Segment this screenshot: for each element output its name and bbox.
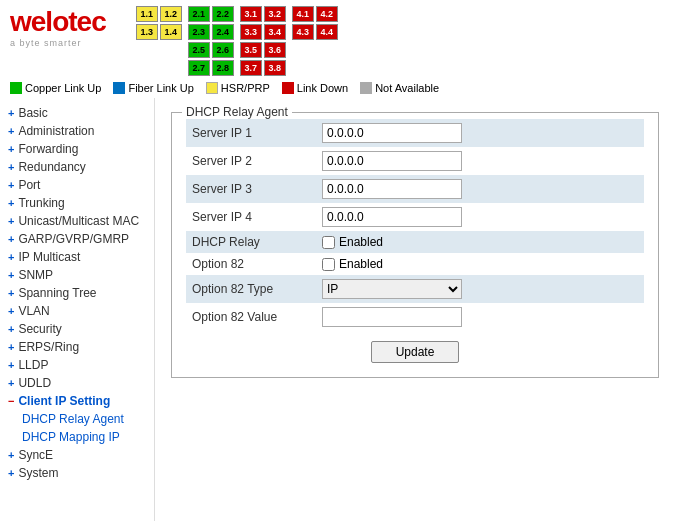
plus-icon: +: [8, 179, 14, 191]
option82-type-select[interactable]: IP MAC Client ID: [322, 279, 462, 299]
plus-icon: +: [8, 251, 14, 263]
option82-checkbox-cell: Enabled: [316, 253, 644, 275]
dhcp-relay-checkbox-label: Enabled: [322, 235, 638, 249]
sidebar-sub-label: DHCP Mapping IP: [22, 430, 120, 444]
port-2-3[interactable]: 2.3: [188, 24, 210, 40]
fiber-link-up-label: Fiber Link Up: [128, 82, 193, 94]
server-ip-3-input[interactable]: [322, 179, 462, 199]
port-group-4: 4.1 4.2 4.3 4.4: [292, 6, 338, 40]
sidebar-item-snmp[interactable]: + SNMP: [0, 266, 154, 284]
sidebar-item-udld[interactable]: + UDLD: [0, 374, 154, 392]
sidebar-item-trunking[interactable]: + Trunking: [0, 194, 154, 212]
logo-text: welotec: [10, 6, 106, 38]
server-ip-3-label: Server IP 3: [186, 175, 316, 203]
legend-copper-link-up: Copper Link Up: [10, 82, 101, 94]
port-4-2[interactable]: 4.2: [316, 6, 338, 22]
port-4-3[interactable]: 4.3: [292, 24, 314, 40]
sidebar-item-label: Security: [18, 322, 61, 336]
port-3-2[interactable]: 3.2: [264, 6, 286, 22]
dhcp-relay-checkbox[interactable]: [322, 236, 335, 249]
port-1-2[interactable]: 1.2: [160, 6, 182, 22]
port-1-4[interactable]: 1.4: [160, 24, 182, 40]
port-4-4[interactable]: 4.4: [316, 24, 338, 40]
port-2-1[interactable]: 2.1: [188, 6, 210, 22]
server-ip-1-label: Server IP 1: [186, 119, 316, 147]
server-ip-3-row: Server IP 3: [186, 175, 644, 203]
option82-value-input[interactable]: [322, 307, 462, 327]
port-2-7[interactable]: 2.7: [188, 60, 210, 76]
port-2-4[interactable]: 2.4: [212, 24, 234, 40]
sidebar-item-unicast-multicast-mac[interactable]: + Unicast/Multicast MAC: [0, 212, 154, 230]
sidebar-sub-dhcp-relay-agent[interactable]: DHCP Relay Agent: [0, 410, 154, 428]
port-1-1[interactable]: 1.1: [136, 6, 158, 22]
sidebar-item-erps-ring[interactable]: + ERPS/Ring: [0, 338, 154, 356]
server-ip-4-input[interactable]: [322, 207, 462, 227]
port-1-3[interactable]: 1.3: [136, 24, 158, 40]
legend-link-down: Link Down: [282, 82, 348, 94]
sidebar-item-lldp[interactable]: + LLDP: [0, 356, 154, 374]
option82-value-cell: [316, 303, 644, 331]
sidebar-item-garp-gvrp-gmrp[interactable]: + GARP/GVRP/GMRP: [0, 230, 154, 248]
sidebar-item-label: Basic: [18, 106, 47, 120]
option82-label: Option 82: [186, 253, 316, 275]
sidebar-sub-dhcp-mapping-ip[interactable]: DHCP Mapping IP: [0, 428, 154, 446]
sidebar-item-label: Spanning Tree: [18, 286, 96, 300]
sidebar-item-synce[interactable]: + SyncE: [0, 446, 154, 464]
server-ip-2-input[interactable]: [322, 151, 462, 171]
link-down-icon: [282, 82, 294, 94]
sidebar-item-label: GARP/GVRP/GMRP: [18, 232, 129, 246]
server-ip-4-cell: [316, 203, 644, 231]
sidebar-item-spanning-tree[interactable]: + Spanning Tree: [0, 284, 154, 302]
port-2-5[interactable]: 2.5: [188, 42, 210, 58]
server-ip-2-cell: [316, 147, 644, 175]
sidebar-item-administration[interactable]: + Administration: [0, 122, 154, 140]
copper-link-up-label: Copper Link Up: [25, 82, 101, 94]
sidebar-item-label: ERPS/Ring: [18, 340, 79, 354]
legend-hsr-prp: HSR/PRP: [206, 82, 270, 94]
port-4-1[interactable]: 4.1: [292, 6, 314, 22]
not-available-icon: [360, 82, 372, 94]
dhcp-relay-row: DHCP Relay Enabled: [186, 231, 644, 253]
sidebar-item-client-ip-setting[interactable]: − Client IP Setting: [0, 392, 154, 410]
sidebar-item-system[interactable]: + System: [0, 464, 154, 482]
update-button[interactable]: Update: [371, 341, 460, 363]
sidebar-item-security[interactable]: + Security: [0, 320, 154, 338]
server-ip-1-input[interactable]: [322, 123, 462, 143]
plus-icon: +: [8, 215, 14, 227]
port-3-1[interactable]: 3.1: [240, 6, 262, 22]
server-ip-4-row: Server IP 4: [186, 203, 644, 231]
option82-checkbox-label: Enabled: [322, 257, 638, 271]
sidebar-item-label: IP Multicast: [18, 250, 80, 264]
sidebar-item-ip-multicast[interactable]: + IP Multicast: [0, 248, 154, 266]
server-ip-4-label: Server IP 4: [186, 203, 316, 231]
plus-icon: +: [8, 323, 14, 335]
port-group-1: 1.1 1.2 1.3 1.4: [136, 6, 182, 40]
plus-icon: +: [8, 233, 14, 245]
sidebar-item-port[interactable]: + Port: [0, 176, 154, 194]
port-2-2[interactable]: 2.2: [212, 6, 234, 22]
sidebar-item-label: Unicast/Multicast MAC: [18, 214, 139, 228]
port-3-4[interactable]: 3.4: [264, 24, 286, 40]
plus-icon: +: [8, 125, 14, 137]
option82-type-label: Option 82 Type: [186, 275, 316, 303]
sidebar: + Basic + Administration + Forwarding + …: [0, 98, 155, 521]
sidebar-item-label: Forwarding: [18, 142, 78, 156]
server-ip-1-row: Server IP 1: [186, 119, 644, 147]
port-3-3[interactable]: 3.3: [240, 24, 262, 40]
sidebar-item-label: Redundancy: [18, 160, 85, 174]
server-ip-3-cell: [316, 175, 644, 203]
port-2-8[interactable]: 2.8: [212, 60, 234, 76]
port-2-6[interactable]: 2.6: [212, 42, 234, 58]
update-button-container: Update: [186, 341, 644, 363]
port-3-8[interactable]: 3.8: [264, 60, 286, 76]
port-3-5[interactable]: 3.5: [240, 42, 262, 58]
sidebar-item-basic[interactable]: + Basic: [0, 104, 154, 122]
port-3-7[interactable]: 3.7: [240, 60, 262, 76]
sidebar-item-vlan[interactable]: + VLAN: [0, 302, 154, 320]
dhcp-relay-label: DHCP Relay: [186, 231, 316, 253]
sidebar-item-redundancy[interactable]: + Redundancy: [0, 158, 154, 176]
plus-icon: +: [8, 341, 14, 353]
sidebar-item-forwarding[interactable]: + Forwarding: [0, 140, 154, 158]
port-3-6[interactable]: 3.6: [264, 42, 286, 58]
option82-checkbox[interactable]: [322, 258, 335, 271]
